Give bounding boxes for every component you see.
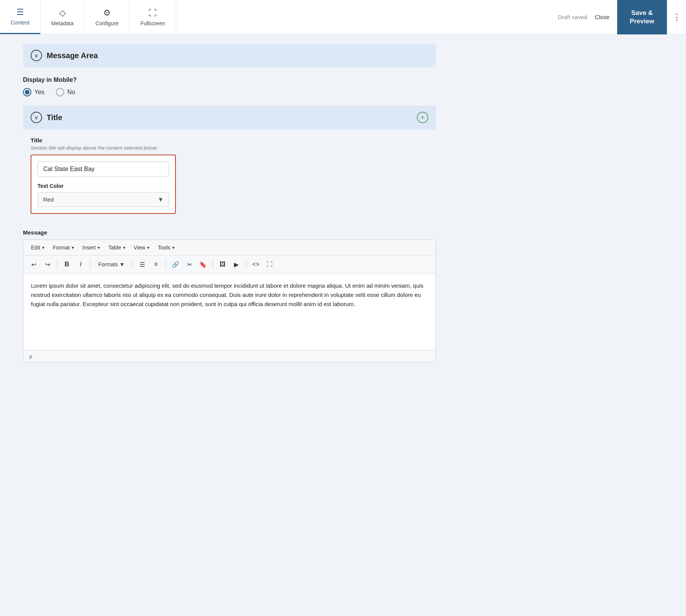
tab-fullscreen-label: Fullscreen	[140, 20, 165, 26]
mobile-radio-group: Yes No	[23, 88, 436, 96]
title-collapse-button[interactable]: ∨	[31, 112, 42, 123]
close-button[interactable]: Close	[595, 14, 610, 20]
bold-button[interactable]: B	[61, 259, 73, 270]
more-options-button[interactable]: ⋮	[667, 0, 686, 34]
mobile-yes-option[interactable]: Yes	[23, 88, 44, 96]
title-header-left: ∨ Title	[31, 112, 62, 123]
message-area-title: Message Area	[47, 51, 98, 60]
editor-menubar: Edit ▼ Format ▼ Insert ▼ Table ▼ View ▼ …	[23, 240, 436, 256]
tab-content-label: Content	[11, 20, 29, 26]
display-mobile-section: Display in Mobile? Yes No	[23, 77, 436, 106]
tab-configure-label: Configure	[95, 20, 119, 26]
mobile-no-radio[interactable]	[56, 88, 64, 96]
display-mobile-label: Display in Mobile?	[23, 77, 436, 83]
undo-button[interactable]: ↩	[28, 259, 39, 270]
editor-tag-indicator: p	[29, 354, 32, 359]
message-area-collapse-button[interactable]: ∨	[31, 50, 42, 61]
fullscreen-editor-button[interactable]: ⛶	[264, 259, 275, 270]
editor-footer: p	[23, 350, 436, 362]
link-button[interactable]: 🔗	[170, 259, 181, 270]
text-color-select[interactable]: Red Blue Black White Green	[37, 192, 169, 207]
nav-spacer: Draft saved Close	[176, 0, 617, 34]
image-button[interactable]: 🖼	[217, 259, 228, 270]
menu-insert[interactable]: Insert ▼	[79, 243, 104, 252]
message-area-section-header: ∨ Message Area	[23, 44, 436, 67]
bookmark-button[interactable]: 🔖	[197, 259, 209, 270]
title-section-header: ∨ Title +	[23, 106, 436, 129]
menu-edit[interactable]: Edit ▼	[28, 243, 48, 252]
rich-text-editor: Edit ▼ Format ▼ Insert ▼ Table ▼ View ▼ …	[23, 240, 436, 363]
title-text-input[interactable]	[37, 161, 169, 177]
color-select-wrapper: Red Blue Black White Green ▼	[37, 192, 169, 207]
formats-dropdown[interactable]: Formats ▼	[94, 260, 128, 269]
title-editor-highlighted: Text Color Red Blue Black White Green ▼	[31, 155, 176, 214]
title-section-body: Title Section title will display above t…	[23, 129, 436, 222]
tab-metadata-label: Metadata	[51, 20, 73, 26]
toolbar-separator-5	[213, 260, 213, 269]
tab-fullscreen[interactable]: ⛶ Fullscreen	[130, 0, 176, 34]
title-field-hint: Section title will display above the con…	[31, 145, 428, 151]
menu-format[interactable]: Format ▼	[50, 243, 78, 252]
toolbar-separator-3	[132, 260, 133, 269]
insert-dropdown-arrow: ▼	[97, 246, 101, 250]
unlink-button[interactable]: ✂	[184, 259, 195, 270]
configure-icon: ⚙	[103, 8, 111, 18]
title-field-label: Title	[31, 137, 428, 143]
mobile-yes-radio[interactable]	[23, 88, 31, 96]
message-field-label: Message	[23, 229, 436, 236]
menu-view[interactable]: View ▼	[131, 243, 153, 252]
mobile-no-option[interactable]: No	[56, 88, 75, 96]
tab-metadata[interactable]: ◇ Metadata	[41, 0, 85, 34]
title-add-button[interactable]: +	[417, 112, 428, 123]
title-section-container: ∨ Title + Title Section title will displ…	[23, 106, 436, 222]
formats-arrow-icon: ▼	[119, 261, 125, 267]
edit-dropdown-arrow: ▼	[41, 246, 45, 250]
view-dropdown-arrow: ▼	[146, 246, 150, 250]
text-color-label: Text Color	[37, 183, 169, 189]
draft-status: Draft saved	[558, 14, 587, 20]
more-icon: ⋮	[673, 12, 681, 22]
editor-toolbar: ↩ ↪ B I Formats ▼ ☰ ≡ 🔗 ✂ 🔖 🖼 ▶	[23, 256, 436, 274]
tab-configure[interactable]: ⚙ Configure	[85, 0, 130, 34]
main-content: ∨ Message Area Display in Mobile? Yes No…	[0, 44, 459, 363]
save-preview-button[interactable]: Save &Preview	[617, 0, 667, 34]
toolbar-separator-2	[90, 260, 91, 269]
tools-dropdown-arrow: ▼	[171, 246, 175, 250]
editor-body[interactable]: Lorem ipsum dolor sit amet, consectetur …	[23, 274, 436, 350]
mobile-yes-label: Yes	[34, 89, 44, 96]
metadata-icon: ◇	[59, 8, 66, 18]
mobile-no-label: No	[67, 89, 75, 96]
table-dropdown-arrow: ▼	[122, 246, 126, 250]
mobile-yes-radio-fill	[25, 90, 29, 95]
editor-paragraph: Lorem ipsum dolor sit amet, consectetur …	[31, 281, 428, 309]
fullscreen-icon: ⛶	[148, 8, 157, 18]
menu-table[interactable]: Table ▼	[105, 243, 129, 252]
redo-button[interactable]: ↪	[42, 259, 53, 270]
content-icon: ☰	[16, 7, 24, 17]
unordered-list-button[interactable]: ☰	[137, 259, 148, 270]
ordered-list-button[interactable]: ≡	[150, 259, 162, 270]
top-navigation: ☰ Content ◇ Metadata ⚙ Configure ⛶ Fulls…	[0, 0, 686, 34]
italic-button[interactable]: I	[75, 259, 86, 270]
toolbar-separator-1	[57, 260, 57, 269]
tab-content[interactable]: ☰ Content	[0, 0, 41, 34]
format-dropdown-arrow: ▼	[71, 246, 75, 250]
toolbar-separator-6	[246, 260, 246, 269]
menu-tools[interactable]: Tools ▼	[155, 243, 179, 252]
source-code-button[interactable]: <>	[250, 259, 262, 270]
toolbar-separator-4	[166, 260, 166, 269]
media-button[interactable]: ▶	[231, 259, 242, 270]
message-section: Message Edit ▼ Format ▼ Insert ▼ Table ▼…	[23, 229, 436, 363]
title-section-title: Title	[47, 113, 62, 122]
